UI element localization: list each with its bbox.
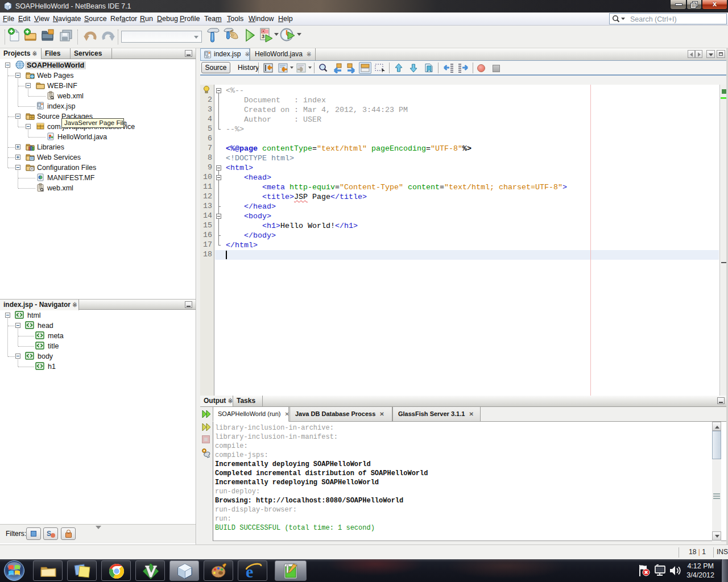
svg-text:3: 3 xyxy=(262,34,264,39)
